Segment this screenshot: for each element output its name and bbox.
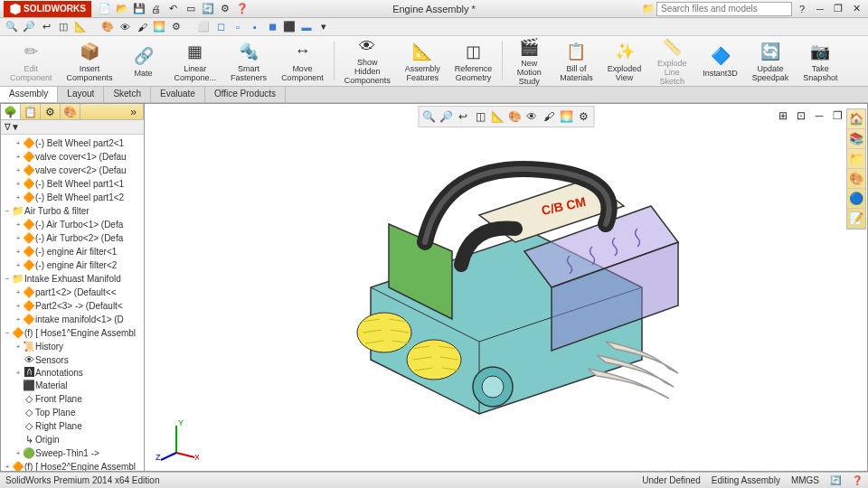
config-manager-tab[interactable]: ⚙ xyxy=(41,104,61,119)
ribbon-smart-fasteners[interactable]: 🔩SmartFasteners xyxy=(224,38,273,84)
viewport-link[interactable]: ⊡ xyxy=(793,108,809,124)
help-dropdown[interactable]: ❓ xyxy=(234,2,250,16)
new-file-button[interactable]: 📄 xyxy=(97,2,113,16)
tree-item[interactable]: +🔶(-) engine Air filter<2 xyxy=(3,258,142,272)
tree-item[interactable]: +🔶(-) Belt Wheel part2<1 xyxy=(3,136,142,150)
ribbon-show-hidden-components[interactable]: 👁ShowHiddenComponents xyxy=(338,38,397,84)
tree-item[interactable]: ◇Right Plane xyxy=(3,419,142,433)
tree-item[interactable]: ◇Front Plane xyxy=(3,392,142,406)
task-home-tab[interactable]: 🏠 xyxy=(847,109,865,129)
tab-assembly[interactable]: Assembly xyxy=(0,87,58,102)
select-button[interactable]: ▭ xyxy=(183,2,199,16)
task-appearances-tab[interactable]: 🔵 xyxy=(847,189,865,209)
sidebar-pushpin[interactable]: » xyxy=(124,104,144,119)
zoom-area-button[interactable]: 🔎 xyxy=(21,20,37,34)
tree-toggle-icon[interactable]: + xyxy=(14,369,23,377)
hud-settings[interactable]: ⚙ xyxy=(575,108,591,125)
task-view-palette-tab[interactable]: 🎨 xyxy=(847,169,865,189)
ribbon-exploded-view[interactable]: ✨ExplodedView xyxy=(601,38,648,84)
status-help-icon[interactable]: ❓ xyxy=(852,475,863,485)
tree-item[interactable]: +🔶(-) Air Turbo<2> (Defa xyxy=(3,231,142,245)
tree-filter-bar[interactable]: ∇ ▼ xyxy=(1,120,144,135)
view-orientation-button[interactable]: 📐 xyxy=(72,20,89,34)
hud-orientation[interactable]: 📐 xyxy=(489,108,505,125)
hud-section[interactable]: ◫ xyxy=(472,108,488,125)
tree-toggle-icon[interactable]: + xyxy=(14,193,23,202)
tree-item[interactable]: 👁Sensors xyxy=(3,353,142,366)
open-file-button[interactable]: 📂 xyxy=(114,2,130,16)
tree-toggle-icon[interactable]: + xyxy=(14,166,23,174)
viewport-max[interactable]: ❐ xyxy=(829,108,845,124)
ribbon-bill-of-materials[interactable]: 📋Bill ofMaterials xyxy=(553,38,599,84)
view-settings-button[interactable]: ⚙ xyxy=(168,20,184,34)
tree-item[interactable]: +📜History xyxy=(3,340,142,353)
ribbon-mate[interactable]: 🔗Mate xyxy=(121,38,166,84)
tree-item[interactable]: +🔶(-) Air Turbo<1> (Defa xyxy=(3,218,142,231)
task-design-library-tab[interactable]: 📚 xyxy=(847,129,865,149)
tree-item[interactable]: +🔶Part2<3> -> (Default< xyxy=(3,299,142,313)
graphics-viewport[interactable]: 🔍 🔎 ↩ ◫ 📐 🎨 👁 🖌 🌅 ⚙ ⊞ ⊡ ─ ❐ ✕ xyxy=(145,103,868,472)
save-button[interactable]: 💾 xyxy=(131,2,147,16)
tree-item[interactable]: ⬛Material xyxy=(3,379,142,392)
tree-item[interactable]: +🔶part1<2> (Default<< xyxy=(3,286,142,299)
tree-toggle-icon[interactable]: + xyxy=(14,315,23,324)
iso-view-button[interactable]: ⬜ xyxy=(195,20,212,34)
status-rebuild-icon[interactable]: 🔄 xyxy=(830,475,841,485)
bottom-view-button[interactable]: ⬛ xyxy=(281,20,297,34)
tree-item[interactable]: +🔶intake manifold<1> (D xyxy=(3,313,142,326)
left-view-button[interactable]: ▬ xyxy=(298,20,315,34)
ribbon-take-snapshot[interactable]: 📷TakeSnapshot xyxy=(797,38,844,84)
more-views-button[interactable]: ▾ xyxy=(316,20,332,34)
ribbon-insert-components[interactable]: 📦InsertComponents xyxy=(61,38,119,84)
tab-evaluate[interactable]: Evaluate xyxy=(151,87,205,102)
tree-item[interactable]: +🔶(-) engine Air filter<1 xyxy=(3,245,142,258)
hud-hide-show[interactable]: 👁 xyxy=(524,108,540,125)
options-button[interactable]: ⚙ xyxy=(217,2,233,16)
tab-office-products[interactable]: Office Products xyxy=(205,87,286,102)
tree-toggle-icon[interactable]: + xyxy=(14,248,23,256)
orientation-triad-icon[interactable]: Y X Z xyxy=(154,417,199,462)
ribbon-new-motion-study[interactable]: 🎬NewMotionStudy xyxy=(506,38,552,84)
hud-scene[interactable]: 🌅 xyxy=(558,108,574,125)
restore-button[interactable]: ❐ xyxy=(830,2,846,16)
right-view-button[interactable]: ▪ xyxy=(247,20,263,34)
display-manager-tab[interactable]: 🎨 xyxy=(61,104,80,119)
hide-show-button[interactable]: 👁 xyxy=(117,20,133,34)
tree-toggle-icon[interactable]: − xyxy=(3,275,12,283)
tree-item[interactable]: +🔶(f) [ Hose2^Engine Assembl xyxy=(3,460,142,471)
tree-toggle-icon[interactable]: + xyxy=(14,153,23,161)
tree-item[interactable]: ◇Top Plane xyxy=(3,406,142,419)
hud-display-style[interactable]: 🎨 xyxy=(506,108,523,125)
back-view-button[interactable]: ◼ xyxy=(264,20,280,34)
tree-toggle-icon[interactable]: − xyxy=(3,207,12,215)
tree-item[interactable]: +🔶valve cover<1> (Defau xyxy=(3,150,142,164)
tree-item[interactable]: +🟢Sweep-Thin1 -> xyxy=(3,446,142,460)
tree-item[interactable]: −📁Air Turbo & filter xyxy=(3,204,142,218)
hud-zoom-fit[interactable]: 🔍 xyxy=(420,108,437,125)
apply-scene-button[interactable]: 🌅 xyxy=(151,20,167,34)
ribbon-linear-compone-[interactable]: ▦LinearCompone... xyxy=(168,38,223,84)
front-view-button[interactable]: ◻ xyxy=(212,20,229,34)
hud-appearance[interactable]: 🖌 xyxy=(541,108,557,125)
viewport-single[interactable]: ⊞ xyxy=(775,108,791,124)
edit-appearance-button[interactable]: 🖌 xyxy=(134,20,150,34)
undo-button[interactable]: ↶ xyxy=(165,2,182,16)
ribbon-move-component[interactable]: ↔MoveComponent xyxy=(275,38,330,84)
top-view-button[interactable]: ▫ xyxy=(230,20,246,34)
section-view-button[interactable]: ◫ xyxy=(55,20,71,34)
tree-item[interactable]: +🔶(-) Belt Wheel part1<2 xyxy=(3,191,142,204)
tree-toggle-icon[interactable]: + xyxy=(14,288,23,296)
search-input[interactable] xyxy=(656,2,792,16)
status-units[interactable]: MMGS xyxy=(791,475,819,485)
tree-toggle-icon[interactable]: + xyxy=(14,234,23,242)
previous-view-button[interactable]: ↩ xyxy=(38,20,54,34)
tab-sketch[interactable]: Sketch xyxy=(104,87,151,102)
tree-toggle-icon[interactable]: + xyxy=(14,180,23,188)
tree-toggle-icon[interactable]: + xyxy=(14,221,23,229)
tree-item[interactable]: +🅰Annotations xyxy=(3,366,142,379)
ribbon-reference-geometry[interactable]: ◫ReferenceGeometry xyxy=(448,38,499,84)
tree-item[interactable]: +🔶valve cover<2> (Defau xyxy=(3,164,142,177)
ribbon-update-speedpak[interactable]: 🔄UpdateSpeedpak xyxy=(746,38,796,84)
property-manager-tab[interactable]: 📋 xyxy=(21,104,41,119)
feature-manager-tab[interactable]: 🌳 xyxy=(1,104,21,119)
